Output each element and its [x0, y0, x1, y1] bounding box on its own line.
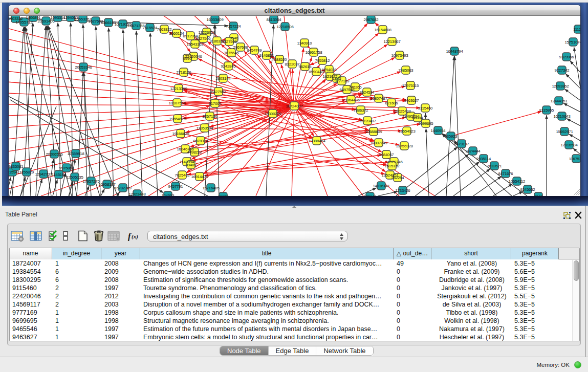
table-cell-title[interactable]: Disruption of a novel member of a sodium…	[143, 301, 391, 309]
table-cell-pagerank[interactable]: 5.3E−5	[514, 260, 557, 268]
show-columns-icon[interactable]	[30, 230, 42, 244]
select-rows-icon[interactable]	[48, 230, 58, 244]
table-cell-out_de[interactable]: 49	[397, 260, 429, 268]
table-scrollbar[interactable]	[572, 260, 579, 341]
table-cell-out_de[interactable]: 0	[397, 309, 429, 317]
window-resize-grip[interactable]	[574, 189, 580, 195]
table-cell-short[interactable]: Yano et al. (2008)	[434, 260, 509, 268]
delete-icon[interactable]	[93, 230, 105, 244]
column-header-short[interactable]: short	[431, 248, 511, 259]
table-cell-year[interactable]: 1997	[104, 285, 138, 293]
table-row[interactable]: 911546021997Tourette syndrome. Phenomeno…	[10, 285, 579, 293]
table-cell-name[interactable]: 18300295	[12, 276, 50, 285]
table-cell-title[interactable]: Estimation of significance thresholds fo…	[143, 276, 391, 285]
table-row[interactable]: 969969511998Structural magnetic resonanc…	[10, 317, 579, 325]
table-cell-short[interactable]: Hescheler et al. (1997)	[434, 334, 509, 341]
table-cell-in_degree[interactable]: 2	[55, 285, 99, 293]
table-cell-title[interactable]: Estimation of the future numbers of pati…	[143, 325, 391, 334]
row-height-icon[interactable]	[62, 230, 69, 244]
column-header-out_de[interactable]: △ out_de…	[394, 248, 431, 259]
table-cell-in_degree[interactable]: 6	[55, 268, 99, 276]
table-cell-name[interactable]: 22420046	[12, 293, 50, 301]
table-cell-in_degree[interactable]: 2	[55, 301, 99, 309]
table-row[interactable]: 1938455462009Genome−wide association stu…	[10, 268, 579, 276]
table-source-dropdown[interactable]: citations_edges.txt	[147, 231, 347, 242]
table-cell-year[interactable]: 1997	[104, 334, 138, 341]
table-cell-pagerank[interactable]: 5.5E−5	[514, 293, 557, 301]
table-cell-short[interactable]: Wolkin et al. (1998)	[434, 317, 509, 325]
table-cell-title[interactable]: Changes of HCN gene expression and I(f) …	[143, 260, 391, 268]
table-cell-pagerank[interactable]: 5.3E−5	[514, 334, 557, 341]
table-cell-name[interactable]: 9699695	[12, 317, 50, 325]
citation-network-graph[interactable]: 1903332140557121806891206914061093314129…	[9, 16, 580, 196]
new-file-icon[interactable]	[77, 230, 89, 244]
table-cell-short[interactable]: Dudbridge et al. (2008)	[434, 276, 509, 285]
table-cell-short[interactable]: Jankovic et al. (1997)	[434, 285, 509, 293]
table-row[interactable]: 2242004622012Investigating the contribut…	[10, 293, 579, 301]
table-cell-name[interactable]: 18724007	[12, 260, 50, 268]
table-row[interactable]: 946362711997Embryonic stem cells: a mode…	[10, 334, 579, 341]
table-cell-in_degree[interactable]: 1	[55, 260, 99, 268]
table-cell-in_degree[interactable]: 1	[55, 334, 99, 341]
column-header-name[interactable]: name	[9, 248, 52, 259]
table-cell-pagerank[interactable]: 5.6E−5	[514, 268, 557, 276]
table-cell-title[interactable]: Investigating the contribution of common…	[143, 293, 391, 301]
table-cell-title[interactable]: Corpus callosum shape and size in male p…	[143, 309, 391, 317]
table-cell-title[interactable]: Genome−wide association studies in ADHD.	[143, 268, 391, 276]
table-cell-out_de[interactable]: 0	[397, 293, 429, 301]
table-cell-name[interactable]: 9463627	[12, 334, 50, 341]
table-cell-short[interactable]: de Silva et al. (2003)	[434, 301, 509, 309]
table-cell-short[interactable]: Tibbo et al. (1998)	[434, 309, 509, 317]
close-panel-icon[interactable]	[575, 211, 582, 219]
function-icon[interactable]: f (x)	[127, 230, 141, 244]
import-table-icon[interactable]	[107, 230, 121, 244]
tab-network-table[interactable]: Network Table	[316, 346, 373, 355]
table-row[interactable]: 1830029562008Estimation of significance …	[10, 276, 579, 285]
table-cell-year[interactable]: 2008	[104, 260, 138, 268]
table-cell-name[interactable]: 14569117	[12, 301, 50, 309]
table-cell-pagerank[interactable]: 5.3E−5	[514, 309, 557, 317]
column-header-year[interactable]: year	[101, 248, 140, 259]
table-row[interactable]: 946554611997Estimation of the future num…	[10, 325, 579, 334]
table-cell-pagerank[interactable]: 5.3E−5	[514, 301, 557, 309]
table-cell-pagerank[interactable]: 5.3E−5	[514, 285, 557, 293]
table-cell-in_degree[interactable]: 1	[55, 309, 99, 317]
table-cell-out_de[interactable]: 0	[397, 301, 429, 309]
table-cell-short[interactable]: Franke et al. (2009)	[434, 268, 509, 276]
table-cell-name[interactable]: 9115460	[12, 285, 50, 293]
tab-node-table[interactable]: Node Table	[220, 346, 268, 355]
table-cell-pagerank[interactable]: 5.9E−5	[514, 276, 557, 285]
table-cell-year[interactable]: 2012	[104, 293, 138, 301]
table-cell-in_degree[interactable]: 1	[55, 325, 99, 334]
table-cell-out_de[interactable]: 0	[397, 285, 429, 293]
table-cell-pagerank[interactable]: 5.3E−5	[514, 317, 557, 325]
table-cell-out_de[interactable]: 0	[397, 334, 429, 341]
window-titlebar[interactable]: citations_edges.txt	[9, 5, 580, 16]
table-cell-in_degree[interactable]: 6	[55, 276, 99, 285]
table-cell-out_de[interactable]: 0	[397, 268, 429, 276]
table-cell-in_degree[interactable]: 2	[55, 293, 99, 301]
table-settings-icon[interactable]	[11, 230, 24, 244]
tab-edge-table[interactable]: Edge Table	[268, 346, 316, 355]
table-cell-title[interactable]: Structural magnetic resonance image aver…	[143, 317, 391, 325]
table-cell-name[interactable]: 19384554	[12, 268, 50, 276]
float-panel-icon[interactable]	[563, 212, 571, 219]
table-cell-out_de[interactable]: 0	[397, 276, 429, 285]
table-cell-short[interactable]: Stergiakouli et al. (2012)	[434, 293, 509, 301]
table-cell-short[interactable]: Nakamura et al. (1997)	[434, 325, 509, 334]
table-cell-year[interactable]: 2003	[104, 301, 138, 309]
column-header-pagerank[interactable]: pagerank	[511, 248, 559, 259]
scrollbar-thumb[interactable]	[574, 260, 579, 281]
table-row[interactable]: 1872400712008Changes of HCN gene express…	[10, 260, 579, 268]
table-cell-name[interactable]: 9465546	[12, 325, 50, 334]
table-row[interactable]: 977716911998Corpus callosum shape and si…	[10, 309, 579, 317]
table-cell-year[interactable]: 2008	[104, 276, 138, 285]
table-cell-year[interactable]: 1998	[104, 317, 138, 325]
table-cell-title[interactable]: Tourette syndrome. Phenomenology and cla…	[143, 285, 391, 293]
table-cell-year[interactable]: 1998	[104, 309, 138, 317]
table-cell-out_de[interactable]: 0	[397, 325, 429, 334]
table-cell-in_degree[interactable]: 1	[55, 317, 99, 325]
table-cell-pagerank[interactable]: 5.3E−5	[514, 325, 557, 334]
table-row[interactable]: 1456911722003Disruption of a novel membe…	[10, 301, 579, 309]
table-cell-title[interactable]: Embryonic stem cells: a model to study s…	[143, 334, 391, 341]
